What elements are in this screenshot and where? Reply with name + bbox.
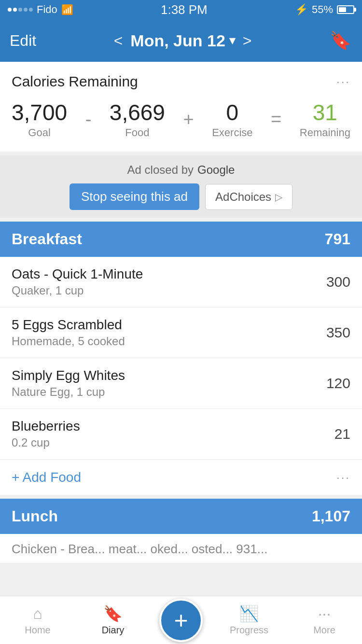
- eggs-scrambled-detail: Homemade, 5 cooked: [12, 335, 326, 348]
- oats-calories: 300: [326, 274, 350, 290]
- google-logo-text: Google: [197, 163, 235, 177]
- breakfast-calories: 791: [325, 230, 350, 248]
- status-left: Fido 📶: [8, 3, 73, 16]
- egg-whites-calories: 120: [326, 375, 350, 392]
- add-food-row: + Add Food ···: [0, 460, 362, 495]
- more-icon: ···: [318, 605, 331, 623]
- date-dropdown-icon: ▾: [229, 34, 235, 47]
- eggs-scrambled-calories: 350: [326, 324, 350, 341]
- breakfast-more-options[interactable]: ···: [336, 471, 350, 484]
- food-item: 3,669 Food: [110, 99, 165, 139]
- nav-diary[interactable]: 🔖 Diary: [84, 604, 142, 636]
- signal-dot-1: [8, 8, 12, 12]
- eggs-scrambled-name: 5 Eggs Scrambled: [12, 317, 326, 333]
- calories-title: Calories Remaining: [12, 73, 138, 90]
- nav-more[interactable]: ··· More: [295, 605, 353, 636]
- operator-minus: -: [85, 109, 92, 130]
- nav-progress[interactable]: 📉 Progress: [220, 604, 278, 636]
- signal-dot-4: [24, 8, 28, 12]
- exercise-number: 0: [226, 99, 239, 126]
- wifi-icon: 📶: [61, 4, 73, 15]
- lunch-peek-text: Chicken - Brea... meat... oked... osted.…: [12, 542, 267, 556]
- status-right: ⚡ 55%: [295, 3, 354, 16]
- add-food-label: + Add Food: [12, 470, 81, 485]
- operator-plus: +: [183, 109, 194, 130]
- remaining-item: 31 Remaining: [300, 99, 350, 139]
- ad-closed-text: Ad closed by: [127, 163, 194, 177]
- lunch-header: Lunch 1,107: [0, 499, 362, 534]
- status-time: 1:38 PM: [161, 2, 208, 17]
- progress-label: Progress: [230, 625, 268, 636]
- ad-closed-banner: Ad closed by Google: [127, 163, 235, 177]
- battery-percent: 55%: [312, 3, 333, 16]
- oats-info: Oats - Quick 1-Minute Quaker, 1 cup: [12, 266, 326, 297]
- bookmark-check-icon: 🔖: [330, 30, 351, 51]
- diary-label: Diary: [102, 625, 125, 636]
- remaining-number: 31: [313, 99, 337, 126]
- lunch-peek: Chicken - Brea... meat... oked... osted.…: [0, 534, 362, 563]
- egg-whites-detail: Nature Egg, 1 cup: [12, 385, 326, 399]
- oats-detail: Quaker, 1 cup: [12, 284, 326, 297]
- carrier-label: Fido: [37, 3, 57, 16]
- goal-label: Goal: [28, 126, 50, 139]
- signal-dots: [8, 8, 33, 12]
- status-bar: Fido 📶 1:38 PM ⚡ 55%: [0, 0, 362, 19]
- add-food-button[interactable]: + Add Food: [12, 470, 81, 485]
- food-item-egg-whites[interactable]: Simply Egg Whites Nature Egg, 1 cup 120: [0, 358, 362, 409]
- calories-header: Calories Remaining ···: [12, 73, 350, 90]
- food-number: 3,669: [110, 99, 165, 126]
- signal-dot-5: [29, 8, 33, 12]
- battery-fill: [339, 7, 346, 12]
- next-day-button[interactable]: >: [243, 32, 252, 50]
- bottom-nav: ⌂ Home 🔖 Diary + 📉 Progress ··· More: [0, 596, 362, 644]
- calories-row: 3,700 Goal - 3,669 Food + 0 Exercise = 3…: [12, 99, 350, 139]
- home-icon: ⌂: [33, 605, 42, 623]
- date-text: Mon, Jun 12: [130, 31, 225, 50]
- add-icon: +: [174, 608, 188, 632]
- egg-whites-info: Simply Egg Whites Nature Egg, 1 cup: [12, 368, 326, 399]
- date-navigation: < Mon, Jun 12 ▾ >: [114, 31, 252, 50]
- progress-icon: 📉: [239, 604, 259, 623]
- header: Edit < Mon, Jun 12 ▾ > 🔖: [0, 19, 362, 62]
- oats-name: Oats - Quick 1-Minute: [12, 266, 326, 282]
- lunch-label: Lunch: [12, 507, 58, 525]
- prev-day-button[interactable]: <: [114, 32, 123, 50]
- ad-section: Ad closed by Google Stop seeing this ad …: [0, 155, 362, 218]
- adchoices-button[interactable]: AdChoices ▷: [205, 184, 292, 210]
- nav-add[interactable]: +: [159, 599, 203, 642]
- header-date[interactable]: Mon, Jun 12 ▾: [130, 31, 235, 50]
- battery-bar: [337, 5, 354, 14]
- section-divider: [0, 495, 362, 499]
- lunch-calories: 1,107: [312, 507, 350, 525]
- food-item-blueberries[interactable]: Blueberries 0.2 cup 21: [0, 409, 362, 460]
- more-label: More: [313, 625, 335, 636]
- goal-number: 3,700: [12, 99, 67, 126]
- food-item-oats[interactable]: Oats - Quick 1-Minute Quaker, 1 cup 300: [0, 257, 362, 308]
- home-label: Home: [25, 625, 50, 636]
- breakfast-header: Breakfast 791: [0, 222, 362, 257]
- signal-dot-3: [18, 8, 22, 12]
- blueberries-calories: 21: [334, 426, 350, 442]
- eggs-scrambled-info: 5 Eggs Scrambled Homemade, 5 cooked: [12, 317, 326, 348]
- breakfast-label: Breakfast: [12, 230, 82, 248]
- egg-whites-name: Simply Egg Whites: [12, 368, 326, 383]
- blueberries-name: Blueberries: [12, 419, 334, 434]
- stop-seeing-ad-button[interactable]: Stop seeing this ad: [70, 183, 199, 210]
- battery-indicator: [337, 5, 354, 14]
- blueberries-detail: 0.2 cup: [12, 436, 334, 449]
- adchoices-label: AdChoices: [215, 190, 271, 204]
- edit-button[interactable]: Edit: [10, 32, 36, 50]
- goal-item: 3,700 Goal: [12, 99, 67, 139]
- food-item-eggs-scrambled[interactable]: 5 Eggs Scrambled Homemade, 5 cooked 350: [0, 308, 362, 358]
- operator-equals: =: [271, 109, 281, 130]
- calories-section: Calories Remaining ··· 3,700 Goal - 3,66…: [0, 62, 362, 152]
- ad-buttons-row: Stop seeing this ad AdChoices ▷: [70, 183, 292, 210]
- calories-more-options[interactable]: ···: [336, 75, 350, 88]
- diary-icon: 🔖: [103, 604, 123, 623]
- nav-home[interactable]: ⌂ Home: [9, 605, 67, 636]
- food-label: Food: [125, 126, 149, 139]
- exercise-item: 0 Exercise: [212, 99, 252, 139]
- lunch-section: Lunch 1,107 Chicken - Brea... meat... ok…: [0, 499, 362, 563]
- breakfast-section: Breakfast 791 Oats - Quick 1-Minute Quak…: [0, 222, 362, 495]
- diary-complete-button[interactable]: 🔖: [329, 29, 352, 52]
